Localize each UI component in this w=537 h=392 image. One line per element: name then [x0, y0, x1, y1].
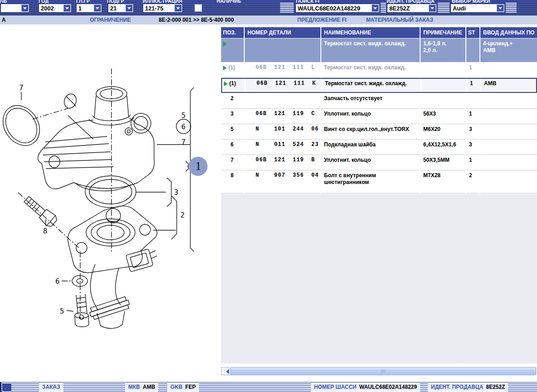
toolbar-grip[interactable] — [438, 3, 450, 13]
chevron-down-icon[interactable] — [126, 5, 133, 12]
cell-name: Термостат сист. жидк. охлажд. — [322, 79, 421, 92]
cell-name: Болт с внутренним шестигранником — [321, 170, 420, 193]
cell-extra — [480, 155, 537, 170]
chassis-number-field[interactable]: НОМЕР ШАССИWAULC68E02A148229 — [311, 383, 420, 392]
cell-pos: 2 — [221, 93, 244, 108]
table-row[interactable]: 706B 121 119 BУплотнит. кольцо50X3,5MM1 — [221, 155, 537, 170]
chevron-down-icon[interactable] — [21, 5, 29, 12]
cell-extra — [480, 63, 537, 77]
illustration-select[interactable]: 121-75 — [143, 4, 183, 13]
toolbar-grip[interactable] — [506, 3, 517, 13]
table-row[interactable]: 306B 121 119 CУплотнит. кольцо56X31 — [221, 109, 537, 124]
cell-st: 1 — [466, 109, 479, 124]
cell-name: Уплотнит. кольцо — [321, 155, 420, 170]
table-header-row: ПОЗ. НОМЕР ДЕТАЛИ НАИМЕНОВАНИЕ ПРИМЕЧАНИ… — [221, 27, 537, 38]
header-pos[interactable]: ПОЗ. — [221, 27, 244, 38]
brand-select[interactable]: Audi — [450, 4, 505, 13]
table-row[interactable]: 5N 101 244 06Винт со скр.цил.гол.,внут.T… — [221, 124, 537, 139]
table-row[interactable]: 2Запчасть отсутствует — [221, 93, 537, 108]
brand-select-label: ВЫБОР МАРКИ — [452, 0, 490, 4]
header-note[interactable]: ПРИМЕЧАНИЕ — [421, 27, 465, 38]
callout-7-right[interactable]: 7 — [181, 138, 186, 146]
header-st[interactable]: ST — [466, 27, 479, 38]
green-arrow-icon — [223, 66, 227, 70]
cell-note — [421, 63, 465, 77]
cell-note: M7X28 — [421, 170, 465, 193]
dealer-id-select[interactable]: 8E252Z — [387, 4, 437, 13]
top-toolbar: МОДЕЛЬ ГОД ГЛ.ГР ПОДГР ИЛЛЮСТРАЦИЯ НАЛИЧ… — [0, 0, 537, 15]
dealer-id-label: ИДЕНТ. ПРОДАВЦА — [387, 0, 435, 4]
cell-part: 06B 121 119 B — [245, 155, 320, 170]
availability-checkbox[interactable] — [194, 4, 202, 12]
year-select[interactable]: 2002 — [39, 4, 72, 13]
restriction-value: 8E-2-000 001 >> 8E-5-400 000 — [159, 17, 234, 23]
family-prefix: A — [2, 17, 6, 23]
cell-pos: 7 — [221, 155, 244, 170]
header-name[interactable]: НАИМЕНОВАНИЕ — [321, 27, 420, 38]
cell-name: Термостат сист. жидк. охлажд. — [321, 39, 420, 62]
scrollbar-grip-icon — [381, 369, 386, 373]
callout-6-washer[interactable]: 6 — [55, 277, 60, 286]
model-select[interactable] — [0, 4, 29, 13]
material-order-link[interactable]: МАТЕРИАЛЬНЫЙ ЗАКАЗ — [366, 17, 433, 23]
horizontal-scrollbar[interactable] — [221, 367, 537, 375]
header-extra[interactable]: ВВОД ДАННЫХ ПО — [480, 27, 537, 38]
cell-note: 6,4X12,5X1,6 — [421, 140, 465, 155]
maingroup-label: ГЛ.ГР — [76, 0, 90, 4]
illustration-label: ИЛЛЮСТРАЦИЯ — [143, 0, 182, 4]
availability-label: НАЛИЧИЕ — [217, 0, 242, 4]
chevron-down-icon[interactable] — [372, 5, 379, 12]
cell-part: N 907 356 04 — [245, 170, 320, 193]
callout-2[interactable]: 2 — [180, 211, 185, 219]
scrollbar-track[interactable] — [229, 367, 537, 375]
cell-st: 1 — [466, 63, 479, 77]
toolbar-grip[interactable] — [280, 3, 294, 13]
chevron-down-icon[interactable] — [174, 5, 182, 12]
mkb-field[interactable]: МКВAMB — [125, 383, 158, 392]
header-part[interactable]: НОМЕР ДЕТАЛИ — [245, 27, 320, 38]
toolbar-grip[interactable] — [381, 3, 386, 13]
callout-1-main[interactable]: 1 — [195, 161, 202, 172]
callout-3[interactable]: 3 — [174, 189, 179, 197]
restriction-link[interactable]: ОГРАНИЧЕНИЕ — [90, 17, 131, 23]
cell-pos — [221, 39, 244, 62]
callout-5-right[interactable]: 5 — [181, 111, 186, 120]
callout-6-right[interactable]: 6 — [181, 123, 186, 131]
offer-fi-link[interactable]: ПРЕДЛОЖЕНИЕ FI — [297, 17, 347, 23]
maingroup-select[interactable]: 1 — [76, 4, 102, 13]
statusbar-square-icon[interactable] — [2, 383, 11, 391]
year-label: ГОД — [39, 0, 48, 4]
cell-st: 1 — [466, 155, 479, 170]
cell-pos: (1) — [222, 79, 245, 92]
scroll-left-button[interactable] — [221, 367, 229, 375]
cell-part: 06B 121 111 L — [245, 63, 320, 77]
search-fi-label: ПОИСК FI — [296, 0, 319, 4]
table-row[interactable]: 6N 011 524 23Подкладная шайба6,4X12,5X1,… — [221, 140, 537, 155]
table-row[interactable]: Термостат сист. жидк. охлажд.1,6-1,8 л. … — [221, 39, 537, 62]
callout-7-top[interactable]: 7 — [19, 84, 24, 92]
cell-extra — [480, 124, 537, 139]
chevron-down-icon[interactable] — [94, 5, 101, 12]
cell-note: M6X20 — [421, 124, 465, 139]
search-fi-input[interactable]: WAULC68E02A148229 — [295, 4, 380, 13]
cell-part: N 101 244 06 — [245, 124, 320, 139]
chevron-down-icon[interactable] — [429, 5, 436, 12]
statusbar-edge — [0, 382, 1, 392]
dealer-id-field[interactable]: ИДЕНТ. ПРОДАВЦА8E252Z — [428, 383, 508, 392]
cell-pos: 3 — [221, 109, 244, 124]
scrollbar-thumb[interactable] — [230, 367, 536, 375]
subgroup-select[interactable]: 21 — [108, 4, 134, 13]
chevron-down-icon[interactable] — [63, 5, 71, 12]
chevron-down-icon[interactable] — [497, 5, 504, 12]
filter-bar: A ОГРАНИЧЕНИЕ 8E-2-000 001 >> 8E-5-400 0… — [0, 15, 537, 24]
table-row[interactable]: (1)06B 121 111 LТермостат сист. жидк. ох… — [221, 63, 537, 77]
cell-st — [466, 39, 479, 62]
callout-5-screw[interactable]: 5 — [60, 307, 64, 315]
cell-pos: 5 — [221, 124, 244, 139]
table-row[interactable]: (1)06B 121 111 KТермостат сист. жидк. ох… — [221, 78, 537, 93]
gkb-field[interactable]: GKBFEP — [167, 383, 199, 392]
callout-8[interactable]: 8 — [43, 227, 48, 235]
table-row[interactable]: 8N 907 356 04Болт с внутренним шестигран… — [221, 170, 537, 193]
order-button[interactable]: ЗАКАЗ — [39, 383, 63, 392]
cell-note — [421, 93, 465, 108]
